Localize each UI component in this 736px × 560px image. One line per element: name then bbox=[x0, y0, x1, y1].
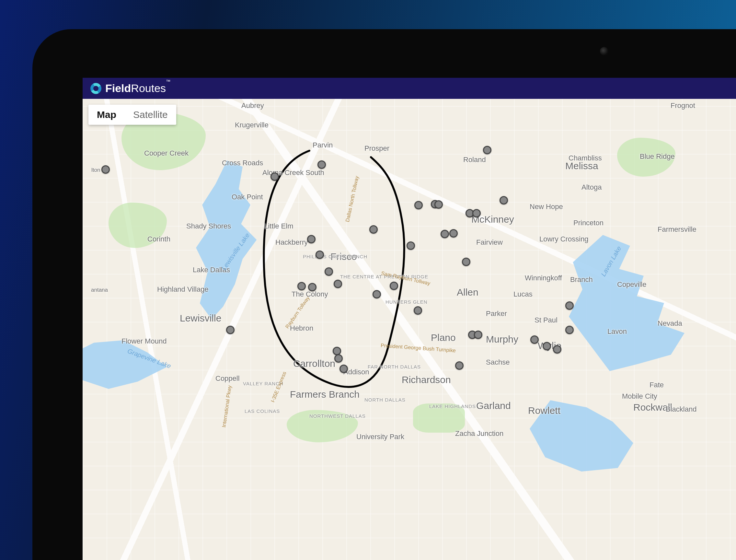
map-marker[interactable] bbox=[455, 361, 463, 370]
map-marker[interactable] bbox=[369, 225, 378, 234]
map-marker[interactable] bbox=[434, 200, 443, 209]
app-header: FieldRoutes™ bbox=[83, 78, 736, 99]
map-marker[interactable] bbox=[318, 160, 326, 169]
map-viewport[interactable]: Map Satellite FriscoAllenPlanoGarlandLew… bbox=[83, 99, 736, 560]
map-marker[interactable] bbox=[298, 282, 306, 290]
webcam-dot bbox=[600, 47, 608, 55]
map-marker[interactable] bbox=[414, 306, 422, 315]
map-marker[interactable] bbox=[307, 235, 316, 243]
map-marker[interactable] bbox=[406, 241, 415, 250]
map-marker[interactable] bbox=[390, 282, 398, 290]
map-type-toggle: Map Satellite bbox=[88, 105, 176, 125]
map-marker[interactable] bbox=[440, 230, 449, 238]
map-type-satellite-button[interactable]: Satellite bbox=[125, 105, 176, 125]
map-marker[interactable] bbox=[474, 331, 482, 339]
map-marker[interactable] bbox=[565, 301, 574, 310]
map-marker[interactable] bbox=[101, 165, 110, 174]
map-marker[interactable] bbox=[334, 280, 342, 288]
map-marker[interactable] bbox=[325, 267, 333, 276]
map-marker[interactable] bbox=[334, 354, 343, 363]
fieldroutes-logo-icon bbox=[90, 83, 101, 94]
map-marker[interactable] bbox=[372, 290, 381, 298]
map-marker[interactable] bbox=[271, 172, 279, 181]
map-marker[interactable] bbox=[483, 146, 491, 154]
map-marker[interactable] bbox=[565, 326, 574, 334]
park-area bbox=[413, 403, 465, 433]
brand-label: FieldRoutes™ bbox=[105, 82, 170, 95]
map-marker[interactable] bbox=[333, 347, 341, 355]
map-marker[interactable] bbox=[316, 251, 324, 259]
map-marker[interactable] bbox=[553, 345, 561, 354]
map-marker[interactable] bbox=[226, 326, 235, 334]
map-marker[interactable] bbox=[530, 335, 539, 344]
map-type-map-button[interactable]: Map bbox=[88, 105, 125, 125]
map-marker[interactable] bbox=[449, 229, 458, 238]
map-marker[interactable] bbox=[308, 283, 317, 291]
map-marker[interactable] bbox=[414, 201, 423, 209]
map-marker[interactable] bbox=[462, 258, 470, 266]
map-marker[interactable] bbox=[543, 342, 551, 350]
map-marker[interactable] bbox=[499, 196, 508, 204]
map-marker[interactable] bbox=[340, 365, 348, 373]
map-marker[interactable] bbox=[472, 209, 481, 217]
